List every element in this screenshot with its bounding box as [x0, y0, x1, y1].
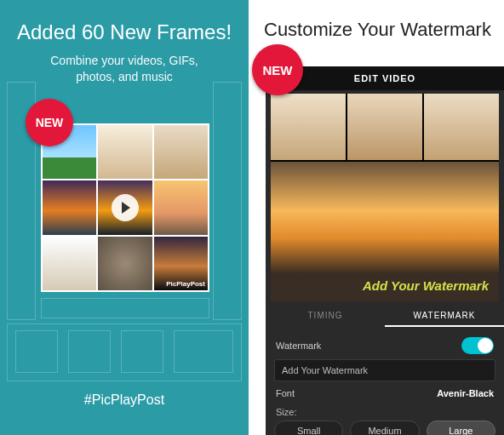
collage-cell	[43, 180, 96, 234]
phone-frame: EDIT VIDEO Add Your Watermark TIMING WAT…	[266, 66, 504, 435]
bg-grid-line	[174, 330, 233, 373]
editor-tabs: TIMING WATERMARK	[266, 305, 504, 327]
tab-watermark[interactable]: WATERMARK	[385, 305, 504, 327]
new-badge: NEW	[26, 99, 73, 146]
subtitle-line: Combine your videos, GIFs,	[50, 54, 198, 67]
collage-cell	[154, 180, 208, 234]
watermark-text-input[interactable]: Add Your Watermark	[274, 359, 495, 381]
size-option-small[interactable]: Small	[274, 421, 343, 435]
photo-collage: PicPlayPost	[41, 123, 209, 292]
hashtag-text: #PicPlayPost	[0, 392, 249, 408]
bg-grid-line	[41, 298, 209, 318]
watermark-toggle-row: Watermark	[274, 332, 495, 359]
collage-cell	[154, 125, 208, 179]
watermark-label: Watermark	[276, 341, 321, 351]
font-value: Avenir-Black	[437, 388, 494, 398]
tab-timing[interactable]: TIMING	[266, 305, 385, 327]
bg-grid-line	[15, 330, 58, 373]
preview-watermark-text: Add Your Watermark	[363, 278, 489, 293]
collage-cell	[43, 237, 96, 290]
play-icon	[98, 180, 152, 234]
collage-watermark-text: PicPlayPost	[166, 280, 205, 288]
right-title: Customize Your Watermark	[249, 19, 504, 41]
size-segmented-control: Small Medium Large	[274, 421, 495, 435]
left-title: Added 60 New Frames!	[0, 20, 249, 44]
size-label: Size:	[274, 407, 495, 421]
watermark-settings: Watermark Add Your Watermark Font Avenir…	[266, 327, 504, 435]
new-badge: NEW	[252, 44, 303, 95]
preview-thumb	[271, 94, 346, 160]
preview-thumb	[347, 94, 422, 160]
font-label: Font	[276, 388, 295, 398]
subtitle-line: photos, and music	[76, 70, 173, 83]
left-subtitle: Combine your videos, GIFs, photos, and m…	[0, 53, 249, 85]
promo-right-panel: Customize Your Watermark NEW EDIT VIDEO …	[249, 0, 504, 435]
font-row[interactable]: Font Avenir-Black	[274, 381, 495, 405]
bg-grid-line	[213, 82, 242, 320]
watermark-toggle[interactable]	[461, 337, 494, 354]
video-preview: Add Your Watermark	[271, 94, 499, 301]
size-option-medium[interactable]: Medium	[350, 421, 419, 435]
bg-grid-line	[68, 330, 111, 373]
promo-left-panel: Added 60 New Frames! Combine your videos…	[0, 0, 249, 435]
size-option-large[interactable]: Large	[427, 421, 495, 435]
collage-cell: PicPlayPost	[154, 237, 208, 290]
bg-grid-line	[121, 330, 163, 373]
collage-cell-video[interactable]	[98, 180, 152, 234]
collage-cell	[98, 125, 152, 179]
collage-cell	[98, 237, 152, 290]
preview-thumb	[424, 94, 499, 160]
